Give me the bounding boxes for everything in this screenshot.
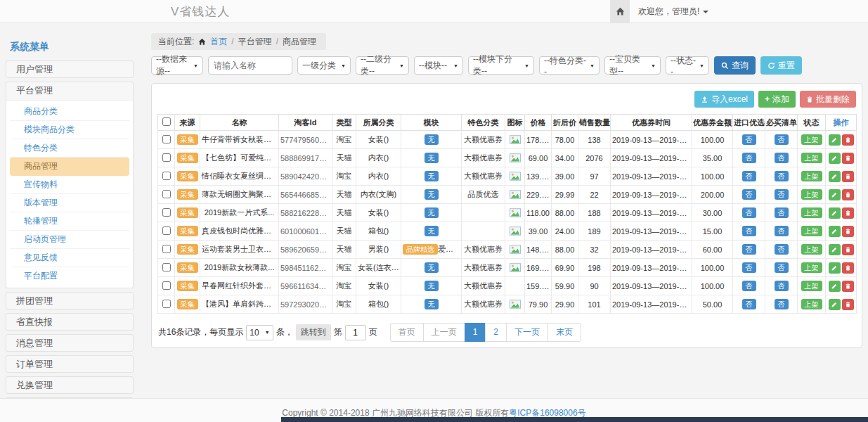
edit-button[interactable] — [829, 281, 841, 292]
delete-button[interactable] — [842, 226, 854, 237]
delete-button[interactable] — [842, 134, 854, 146]
sidebar-group[interactable]: 兑换管理 — [6, 376, 134, 394]
page-button-disabled[interactable]: 首页 — [390, 323, 424, 342]
page-button-link[interactable]: 2 — [485, 323, 507, 342]
row-checkbox[interactable] — [162, 245, 171, 253]
import-optimal-badge[interactable]: 否 — [742, 244, 756, 255]
row-checkbox[interactable] — [162, 226, 171, 235]
edit-button[interactable] — [829, 299, 841, 310]
sidebar-item[interactable]: 意见反馈 — [10, 249, 129, 267]
batch-delete-button[interactable]: 批量删除 — [800, 91, 856, 108]
page-button-link[interactable]: 下一页 — [506, 323, 548, 342]
row-checkbox[interactable] — [162, 208, 171, 217]
row-checkbox[interactable] — [162, 153, 171, 162]
row-checkbox[interactable] — [162, 281, 171, 290]
level1-category-select[interactable]: 一级分类▼ — [297, 56, 351, 75]
sidebar-group[interactable]: 用户管理 — [6, 60, 134, 78]
sidebar-item[interactable]: 商品分类 — [10, 103, 129, 121]
delete-button[interactable] — [842, 153, 854, 164]
must-buy-badge[interactable]: 否 — [775, 281, 789, 291]
edit-button[interactable] — [829, 207, 841, 219]
per-page-select[interactable]: 10 ▼ — [246, 325, 273, 340]
import-excel-button[interactable]: 导入excel — [694, 91, 754, 108]
must-buy-badge[interactable]: 否 — [775, 207, 789, 218]
delete-button[interactable] — [842, 281, 854, 292]
feature-category-select[interactable]: --特色分类--▼ — [539, 56, 600, 75]
sidebar-group[interactable]: 省直快报 — [6, 313, 134, 331]
edit-button[interactable] — [829, 134, 841, 146]
select-all-checkbox[interactable] — [162, 117, 171, 126]
status-badge[interactable]: 上架 — [801, 189, 822, 200]
must-buy-badge[interactable]: 否 — [775, 226, 789, 236]
sidebar-group[interactable]: 订单管理 — [6, 355, 134, 373]
page-button-active[interactable]: 1 — [465, 323, 486, 342]
search-button[interactable]: 查询 — [714, 56, 756, 75]
module-subcategory-select[interactable]: --模块下分类--▼ — [468, 56, 534, 75]
status-badge[interactable]: 上架 — [801, 244, 822, 255]
edit-button[interactable] — [829, 171, 841, 182]
page-number-input[interactable] — [345, 325, 366, 340]
status-badge[interactable]: 上架 — [801, 153, 822, 163]
breadcrumb-home-link[interactable]: 首页 — [210, 36, 227, 48]
status-badge[interactable]: 上架 — [801, 226, 822, 236]
import-optimal-badge[interactable]: 否 — [742, 189, 756, 200]
import-optimal-badge[interactable]: 否 — [742, 134, 756, 145]
status-badge[interactable]: 上架 — [801, 134, 822, 145]
must-buy-badge[interactable]: 否 — [775, 153, 789, 163]
import-optimal-badge[interactable]: 否 — [742, 207, 756, 218]
jump-button[interactable]: 跳转到 — [296, 324, 331, 340]
must-buy-badge[interactable]: 否 — [775, 171, 789, 181]
row-checkbox[interactable] — [162, 300, 171, 308]
delete-button[interactable] — [842, 189, 854, 200]
edit-button[interactable] — [829, 226, 841, 237]
module-select[interactable]: --模块--▼ — [414, 56, 463, 75]
sidebar-group[interactable]: 平台管理 — [6, 82, 134, 100]
delete-button[interactable] — [842, 207, 854, 219]
delete-button[interactable] — [842, 262, 854, 274]
add-button[interactable]: + 添加 — [758, 91, 796, 108]
status-badge[interactable]: 上架 — [801, 207, 822, 218]
sidebar-item[interactable]: 启动页管理 — [10, 231, 129, 249]
icp-link[interactable]: 粤ICP备16098006号 — [509, 408, 585, 418]
row-checkbox[interactable] — [162, 135, 171, 143]
item-type-select[interactable]: --宝贝类型--▼ — [604, 56, 661, 75]
import-optimal-badge[interactable]: 否 — [742, 226, 756, 236]
must-buy-badge[interactable]: 否 — [775, 244, 789, 255]
home-button[interactable] — [610, 0, 630, 23]
row-checkbox[interactable] — [162, 172, 171, 180]
import-optimal-badge[interactable]: 否 — [742, 153, 756, 163]
edit-button[interactable] — [829, 153, 841, 164]
delete-button[interactable] — [842, 244, 854, 255]
status-badge[interactable]: 上架 — [801, 299, 822, 309]
data-source-select[interactable]: --数据来源--▼ — [151, 56, 203, 75]
sidebar-item-active[interactable]: 商品管理 — [10, 158, 129, 176]
status-badge[interactable]: 上架 — [801, 281, 822, 291]
row-checkbox[interactable] — [162, 190, 171, 198]
reset-button[interactable]: 重置 — [760, 56, 802, 75]
import-optimal-badge[interactable]: 否 — [742, 299, 756, 309]
page-button-link[interactable]: 末页 — [548, 323, 581, 342]
status-badge[interactable]: 上架 — [801, 171, 822, 181]
level2-category-select[interactable]: --二级分类--▼ — [356, 56, 409, 75]
sidebar-item[interactable]: 平台配置 — [10, 267, 129, 286]
status-badge[interactable]: 上架 — [801, 262, 822, 273]
status-select[interactable]: --状态--▼ — [666, 56, 709, 75]
sidebar-item[interactable]: 轮播管理 — [10, 212, 129, 231]
import-optimal-badge[interactable]: 否 — [742, 262, 756, 273]
must-buy-badge[interactable]: 否 — [775, 299, 789, 309]
row-checkbox[interactable] — [162, 263, 171, 271]
sidebar-item[interactable]: 模块商品分类 — [10, 121, 129, 139]
sidebar-group[interactable]: 消息管理 — [6, 334, 134, 352]
sidebar-item[interactable]: 特色分类 — [10, 139, 129, 158]
user-menu[interactable]: 欢迎您，管理员! — [638, 6, 708, 18]
delete-button[interactable] — [842, 171, 854, 182]
name-search-input[interactable] — [208, 56, 292, 75]
edit-button[interactable] — [829, 262, 841, 274]
must-buy-badge[interactable]: 否 — [775, 189, 789, 200]
edit-button[interactable] — [829, 244, 841, 255]
import-optimal-badge[interactable]: 否 — [742, 171, 756, 181]
import-optimal-badge[interactable]: 否 — [742, 281, 756, 291]
must-buy-badge[interactable]: 否 — [775, 262, 789, 273]
sidebar-group[interactable]: 拼团管理 — [6, 292, 134, 309]
sidebar-item[interactable]: 宣传物料 — [10, 176, 129, 194]
